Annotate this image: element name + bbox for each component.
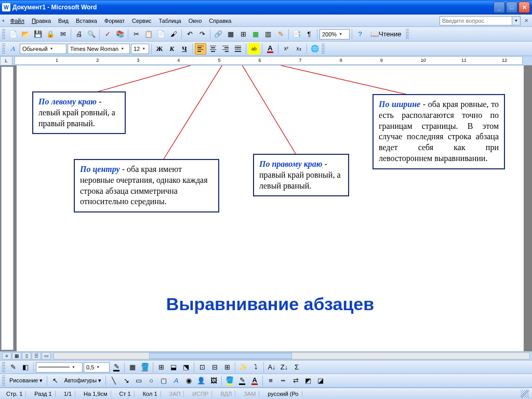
align-cells-button[interactable]: ⊡	[196, 362, 208, 373]
menu-view[interactable]: Вид	[55, 16, 72, 25]
columns-button[interactable]: ▥	[262, 29, 274, 40]
status-lang[interactable]: русский (Ро	[264, 391, 302, 397]
sort-asc-button[interactable]: A↓	[266, 362, 277, 373]
help-search-input[interactable]	[440, 16, 512, 25]
normal-view-button[interactable]: ≡	[2, 352, 11, 360]
insert-table-button[interactable]: ⊞	[237, 29, 249, 40]
underline-button[interactable]: Ч	[179, 43, 190, 55]
wordart-button[interactable]: A	[170, 375, 182, 387]
print-button[interactable]: 🖨	[73, 29, 85, 40]
autoformat-button[interactable]: ✨	[237, 362, 249, 373]
new-doc-button[interactable]: 📄	[7, 29, 19, 40]
menu-insert[interactable]: Вставка	[72, 16, 101, 25]
help-dropdown-icon[interactable]: ▼	[512, 16, 521, 25]
research-button[interactable]: 📚	[114, 29, 126, 40]
grip-icon[interactable]	[2, 29, 5, 39]
font-color-button2[interactable]: A	[249, 375, 260, 387]
autosum-button[interactable]: Σ	[291, 362, 302, 373]
sort-desc-button[interactable]: Z↓	[278, 362, 290, 373]
maximize-button[interactable]: □	[506, 2, 517, 13]
superscript-button[interactable]: x²	[281, 43, 292, 55]
distribute-cols-button[interactable]: ⊞	[221, 362, 233, 373]
menu-help[interactable]: Справка	[205, 16, 235, 25]
doc-map-button[interactable]: 📑	[291, 29, 302, 40]
close-button[interactable]: ✕	[518, 2, 530, 13]
font-color-button[interactable]: A	[264, 43, 276, 55]
line-button[interactable]: ╲	[108, 375, 119, 387]
outline-view-button[interactable]: ☰	[32, 352, 41, 360]
status-ext[interactable]: ВДЛ	[217, 391, 235, 397]
status-rec[interactable]: ЗАП	[166, 391, 184, 397]
menu-format[interactable]: Формат	[101, 16, 128, 25]
arrow-button[interactable]: ↘	[121, 375, 132, 387]
align-right-button[interactable]	[220, 43, 231, 55]
oval-button[interactable]: ○	[145, 375, 157, 387]
reading-mode-button[interactable]: 📖 Чтение	[367, 29, 405, 40]
align-justify-button[interactable]	[232, 43, 244, 55]
arrow-style-button[interactable]: ⇄	[290, 375, 301, 387]
undo-button[interactable]: ↶	[184, 29, 195, 40]
web-view-button[interactable]: ▦	[12, 352, 21, 360]
menu-table[interactable]: Таблица	[155, 16, 185, 25]
text-direction-button[interactable]: ⤵	[250, 362, 261, 373]
borders-button[interactable]: ▦	[127, 362, 138, 373]
grip-icon[interactable]	[2, 376, 5, 386]
permission-button[interactable]: 🔒	[45, 29, 56, 40]
line-weight-combo[interactable]: 0,5▼	[84, 362, 110, 373]
redo-button[interactable]: ↷	[196, 29, 208, 40]
split-cells-button[interactable]: ⬔	[180, 362, 192, 373]
doc-close-button[interactable]: ✕	[523, 17, 530, 24]
cut-button[interactable]: ✂	[130, 29, 142, 40]
autoshapes-menu[interactable]: Автофигуры ▾	[62, 377, 103, 384]
line-color-button[interactable]: ✎	[236, 375, 248, 387]
horizontal-scrollbar[interactable]	[54, 352, 530, 360]
print-layout-button[interactable]: ▯	[22, 352, 31, 360]
clipart-button[interactable]: 👤	[195, 375, 207, 387]
italic-button[interactable]: К	[166, 43, 178, 55]
size-grip-icon[interactable]	[521, 390, 529, 398]
tables-borders-button[interactable]: ▦	[225, 29, 236, 40]
help-icon[interactable]: ?	[354, 29, 366, 40]
copy-button[interactable]: 📋	[143, 29, 154, 40]
style-combo[interactable]: Обычный▼	[20, 44, 66, 54]
grip-icon[interactable]	[2, 362, 5, 373]
spell-button[interactable]: ✓	[102, 29, 113, 40]
diagram-button[interactable]: ◉	[183, 375, 194, 387]
textbox-button[interactable]: ▢	[158, 375, 169, 387]
mail-button[interactable]: ✉	[57, 29, 69, 40]
subscript-button[interactable]: x₂	[293, 43, 304, 55]
reading-view-button[interactable]: ▭	[42, 352, 51, 360]
horizontal-ruler[interactable]: 12 34 56 78 910 1112	[15, 56, 523, 65]
font-combo[interactable]: Times New Roman▼	[68, 44, 130, 54]
insert-table-button2[interactable]: ⊞	[155, 362, 167, 373]
paste-button[interactable]: 📄	[155, 29, 167, 40]
save-button[interactable]: 💾	[32, 29, 44, 40]
size-combo[interactable]: 12▼	[131, 44, 149, 54]
merge-cells-button[interactable]: ⬓	[168, 362, 179, 373]
drawing-menu[interactable]: Рисование ▾	[7, 377, 45, 384]
grip-icon[interactable]	[406, 29, 409, 39]
lang-button[interactable]: 🌐	[309, 43, 321, 55]
styles-pane-button[interactable]: A	[7, 43, 19, 55]
open-button[interactable]: 📂	[20, 29, 31, 40]
dash-style-button[interactable]: ┅	[277, 375, 289, 387]
preview-button[interactable]: 🔍	[86, 29, 97, 40]
status-trk[interactable]: ИСПР	[189, 391, 212, 397]
line-style-combo[interactable]: ▼	[36, 362, 83, 373]
align-left-button[interactable]	[195, 43, 206, 55]
shading-button[interactable]: 🪣	[139, 362, 151, 373]
zoom-combo[interactable]: 200%▼	[320, 29, 350, 39]
excel-button[interactable]: ▦	[250, 29, 261, 40]
grip-icon[interactable]	[322, 44, 325, 54]
minimize-button[interactable]: _	[494, 2, 505, 13]
distribute-rows-button[interactable]: ⊟	[209, 362, 220, 373]
vertical-ruler[interactable]	[1, 66, 14, 350]
menu-tools[interactable]: Сервис	[128, 16, 155, 25]
bold-button[interactable]: Ж	[154, 43, 165, 55]
draw-table-button[interactable]: ✎	[7, 362, 19, 373]
show-marks-button[interactable]: ¶	[303, 29, 315, 40]
menu-edit[interactable]: Правка	[28, 16, 55, 25]
drawing-button[interactable]: ✎	[275, 29, 286, 40]
align-center-button[interactable]	[207, 43, 219, 55]
shadow-button[interactable]: ◩	[302, 375, 314, 387]
